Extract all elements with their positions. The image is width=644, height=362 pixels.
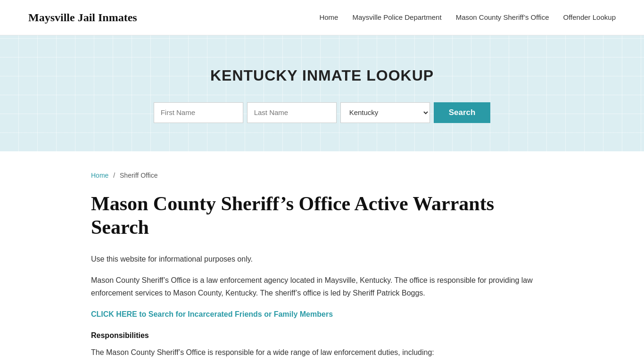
hero-title: KENTUCKY INMATE LOOKUP xyxy=(9,64,635,88)
responsibilities-intro: The Mason County Sheriff’s Office is res… xyxy=(91,346,553,359)
last-name-input[interactable] xyxy=(247,102,337,123)
site-header: Maysville Jail Inmates Home Maysville Po… xyxy=(0,0,644,35)
disclaimer-text: Use this website for informational purpo… xyxy=(91,253,553,265)
breadcrumb: Home / Sheriff Office xyxy=(91,170,553,181)
main-nav: Home Maysville Police Department Mason C… xyxy=(319,11,616,24)
cta-paragraph: CLICK HERE to Search for Incarcerated Fr… xyxy=(91,308,553,321)
nav-offender[interactable]: Offender Lookup xyxy=(563,13,616,21)
responsibilities-heading: Responsibilities xyxy=(91,329,553,342)
site-title: Maysville Jail Inmates xyxy=(28,8,137,26)
nav-sheriff[interactable]: Mason County Sheriff’s Office xyxy=(456,13,549,21)
cta-link[interactable]: CLICK HERE to Search for Incarcerated Fr… xyxy=(91,310,333,318)
breadcrumb-separator: / xyxy=(113,172,115,179)
search-button[interactable]: Search xyxy=(434,102,491,123)
page-heading: Mason County Sheriff’s Office Active War… xyxy=(91,192,553,239)
hero-section: KENTUCKY INMATE LOOKUP Kentucky Alabama … xyxy=(0,35,644,151)
state-select[interactable]: Kentucky Alabama Alaska Arizona Arkansas… xyxy=(340,102,430,123)
description-text: Mason County Sheriff’s Office is a law e… xyxy=(91,274,553,299)
first-name-input[interactable] xyxy=(154,102,243,123)
nav-police[interactable]: Maysville Police Department xyxy=(352,13,441,21)
breadcrumb-current: Sheriff Office xyxy=(120,172,157,179)
nav-home[interactable]: Home xyxy=(319,13,338,21)
main-content: Home / Sheriff Office Mason County Sheri… xyxy=(63,151,581,362)
breadcrumb-home[interactable]: Home xyxy=(91,172,108,179)
search-form: Kentucky Alabama Alaska Arizona Arkansas… xyxy=(9,102,635,123)
